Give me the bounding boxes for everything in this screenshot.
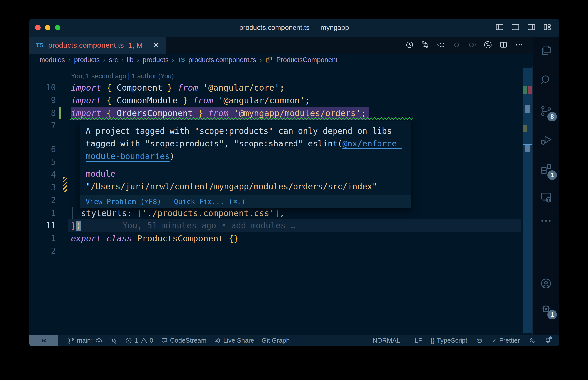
line-number[interactable]: 10	[29, 81, 56, 94]
check-icon: ✓	[492, 337, 497, 344]
vim-mode-status[interactable]: -- NORMAL --	[366, 337, 406, 344]
code-line[interactable]: 10import { Component } from '@angular/co…	[29, 81, 522, 94]
toggle-secondary-sidebar-icon[interactable]	[527, 23, 536, 33]
line-number[interactable]: 6	[29, 143, 56, 156]
git-graph-status[interactable]: Git Graph	[262, 337, 290, 344]
remote-indicator[interactable]	[29, 335, 58, 346]
prettier-status[interactable]: ✓Prettier	[492, 337, 520, 344]
git-compare-icon[interactable]	[421, 40, 430, 50]
previous-change-icon[interactable]	[436, 40, 445, 50]
more-actions-icon[interactable]	[515, 40, 524, 50]
line-number[interactable]: 5	[29, 156, 56, 169]
line-number[interactable]: 9	[29, 94, 56, 107]
breadcrumb-symbol[interactable]: ProductsComponent	[276, 56, 337, 64]
eol-status[interactable]: LF	[415, 337, 422, 344]
chevron-right-icon: ›	[103, 56, 105, 64]
compare-refs-icon	[110, 337, 118, 344]
split-editor-icon[interactable]	[499, 40, 508, 50]
window-title: products.component.ts — myngapp	[29, 19, 559, 37]
source-control-icon[interactable]: 8	[538, 103, 554, 119]
line-number[interactable]: 4	[29, 168, 56, 181]
code-text: export class ProductsComponent {}	[71, 232, 239, 245]
unchanged-region-icon	[452, 40, 461, 50]
customize-layout-icon[interactable]	[543, 23, 552, 33]
typescript-file-icon: TS	[36, 41, 44, 49]
next-change-icon	[468, 40, 477, 50]
overview-ruler-mark	[525, 145, 530, 152]
line-number[interactable]: 8	[29, 107, 56, 120]
line-number[interactable]: 2	[29, 194, 56, 207]
tab-bar: TS products.component.ts 1, M ✕	[29, 37, 533, 54]
breadcrumb-dir[interactable]: products	[74, 56, 100, 64]
remote-explorer-icon[interactable]	[538, 189, 554, 205]
vim-block-cursor: )	[76, 221, 81, 231]
line-number[interactable]: 1	[29, 232, 56, 245]
remote-icon	[40, 337, 48, 345]
notification-dot	[549, 336, 552, 339]
overview-ruler-mark	[523, 125, 527, 132]
search-icon[interactable]	[538, 72, 554, 88]
code-line[interactable]: You, 1 second ago | 1 author (You)	[29, 70, 522, 83]
line-number[interactable]: 11	[29, 219, 56, 232]
gitlens-inline-blame: You, 51 minutes ago • add modules …	[123, 219, 295, 232]
code-line[interactable]: 2	[29, 245, 522, 258]
git-branch-status[interactable]: main*	[67, 337, 103, 344]
overview-ruler[interactable]	[523, 68, 532, 332]
accounts-icon[interactable]	[538, 276, 554, 291]
settings-badge: 1	[547, 310, 557, 319]
overview-ruler-mark	[525, 105, 530, 113]
editor-actions	[405, 37, 533, 54]
chevron-right-icon: ›	[137, 56, 139, 64]
additional-views-icon[interactable]	[538, 213, 554, 229]
vscode-window: products.component.ts — myngapp TS produ…	[29, 19, 559, 346]
breadcrumb-dir[interactable]: src	[109, 56, 118, 64]
code-line[interactable]: 8import { OrdersComponent } from '@mynga…	[29, 107, 522, 120]
language-status[interactable]: {}TypeScript	[430, 337, 467, 344]
explorer-icon[interactable]	[538, 42, 554, 58]
code-line[interactable]: 11})You, 51 minutes ago • add modules …	[29, 219, 522, 232]
activity-bar: 8 1 1	[533, 37, 559, 335]
code-line[interactable]: 1 styleUrls: ['./products.component.css'…	[29, 207, 522, 220]
breadcrumb-dir[interactable]: modules	[40, 56, 65, 64]
line-number[interactable]: 1	[29, 207, 56, 220]
hover-actions: View Problem (⌥F8) Quick Fix... (⌘.)	[80, 195, 411, 208]
line-number[interactable]: 7	[29, 119, 56, 132]
run-debug-icon[interactable]	[538, 132, 554, 148]
eslint-rule-link[interactable]: module-boundaries	[86, 151, 170, 161]
error-hover-tooltip: A project tagged with "scope:products" c…	[80, 121, 411, 208]
breadcrumb-dir[interactable]: lib	[127, 56, 134, 64]
gitlens-compare-status[interactable]	[110, 337, 118, 344]
status-bar: main* 1 0 CodeStream Live Share Git	[29, 335, 559, 346]
codestream-status[interactable]: CodeStream	[161, 337, 206, 344]
tab-label: products.component.ts	[48, 41, 124, 49]
feedback-person-icon	[528, 337, 536, 344]
eslint-rule-link[interactable]: @nx/enforce-	[342, 139, 402, 148]
line-number[interactable]: 3	[29, 181, 56, 194]
tab-close-icon[interactable]: ✕	[153, 41, 159, 49]
breadcrumb-file[interactable]: products.component.ts	[188, 56, 256, 64]
code-editor[interactable]: A project tagged with "scope:products" c…	[29, 66, 533, 335]
notifications-status[interactable]	[544, 337, 552, 344]
error-icon	[125, 337, 132, 344]
timeline-history-icon[interactable]	[405, 40, 414, 50]
extensions-icon[interactable]: 1	[538, 161, 554, 177]
breadcrumb-dir[interactable]: products	[143, 56, 168, 64]
line-number[interactable]	[29, 70, 56, 83]
code-line[interactable]: 9import { CommonModule } from '@angular/…	[29, 94, 522, 107]
publish-cloud-icon	[95, 337, 103, 344]
quick-fix-button[interactable]: Quick Fix... (⌘.)	[174, 198, 245, 206]
copilot-status[interactable]	[476, 337, 483, 344]
code-line[interactable]: 1export class ProductsComponent {}	[29, 232, 522, 245]
toggle-panel-icon[interactable]	[511, 23, 520, 33]
settings-gear-icon[interactable]: 1	[538, 301, 554, 317]
code-text: import { CommonModule } from '@angular/c…	[71, 94, 310, 107]
problems-status[interactable]: 1 0	[125, 337, 153, 344]
live-share-status[interactable]: Live Share	[214, 337, 254, 344]
feedback-status[interactable]	[528, 337, 536, 344]
code-text: })	[71, 219, 81, 232]
line-number[interactable]: 2	[29, 245, 56, 258]
toggle-primary-sidebar-icon[interactable]	[495, 23, 504, 33]
gitlens-graph-icon[interactable]	[483, 40, 492, 50]
view-problem-button[interactable]: View Problem (⌥F8)	[86, 198, 161, 206]
tab-products-component[interactable]: TS products.component.ts 1, M ✕	[29, 37, 166, 54]
